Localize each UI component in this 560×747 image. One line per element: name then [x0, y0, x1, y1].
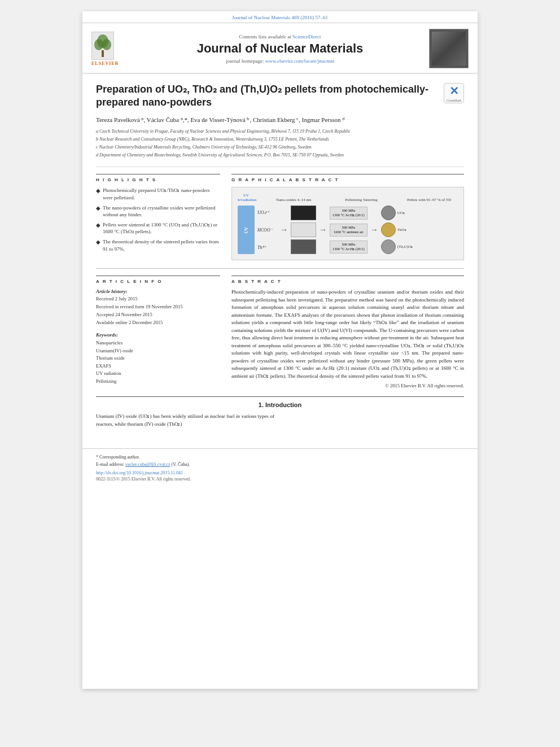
abstract-copyright: © 2015 Elsevier B.V. All rights reserved…: [231, 383, 464, 388]
ga-uv-text: UV: [244, 227, 249, 234]
abstract-heading: A B S T R A C T: [231, 276, 464, 284]
highlight-3: ◆ Pellets were sintered at 1300 °C (UO₂ …: [96, 221, 220, 235]
ga-arrow-1: →: [280, 206, 288, 254]
ga-pelletizing-label: Pelletizing Sintering: [333, 198, 390, 202]
affiliation-d: d Department of Chemistry and Biotechnol…: [96, 152, 437, 159]
ga-compound-2: HCOO⁻: [257, 228, 277, 233]
highlight-text-2: The nano-powders of crystalline oxides w…: [103, 204, 220, 219]
ga-pellet-uo2: UO₂: [381, 206, 413, 220]
keyword-5: UV radiation: [96, 370, 220, 378]
email-suffix: (V. Čuba).: [171, 462, 190, 467]
intro-text: Uranium (IV) oxide (UO₂) has been widely…: [96, 413, 464, 428]
author-email[interactable]: vaclav.cuba@fjfi.cvut.cz: [125, 462, 170, 467]
highlight-text-1: Photochemically prepared UO₂/ThO₂ nano-p…: [103, 187, 220, 201]
crossmark-label: CrossMark: [447, 99, 462, 102]
bullet-3: ◆: [96, 221, 100, 235]
ga-arrow-3: →: [370, 206, 378, 254]
keywords-label: Keywords:: [96, 332, 220, 338]
accepted-date: Accepted 24 November 2015: [96, 312, 220, 318]
doi-anchor[interactable]: http://dx.doi.org/10.1016/j.jnucmat.2015…: [96, 470, 183, 475]
svg-point-3: [102, 39, 111, 50]
highlight-text-3: Pellets were sintered at 1300 °C (UO₂ an…: [103, 221, 220, 235]
article-title-text: Preparation of UO₂, ThO₂ and (Th,U)O₂ pe…: [96, 83, 437, 160]
journal-header-center: Contents lists available at ScienceDirec…: [137, 34, 423, 64]
corresponding-author-note: * Corresponding author.: [96, 455, 464, 460]
graphical-abstract-diagram: UV Irradiation Nano-oxides 4–14 nm Pelle…: [231, 187, 464, 260]
info-abstract-section: A R T I C L E I N F O Article history: R…: [96, 276, 464, 388]
ga-process-1: 500 MPa1300 °C Ar:H₂ (20:1): [330, 207, 368, 220]
history-label: Article history:: [96, 289, 220, 294]
keyword-6: Pelletizing: [96, 378, 220, 386]
journal-homepage-link[interactable]: www.elsevier.com/locate/jnucmat: [265, 58, 334, 64]
highlights-heading: H I G H L I G H T S: [96, 174, 220, 182]
main-content: Preparation of UO₂, ThO₂ and (Th,U)O₂ pe…: [82, 74, 478, 437]
page: Journal of Nuclear Materials 469 (2016) …: [82, 11, 478, 689]
journal-top-bar: Journal of Nuclear Materials 469 (2016) …: [82, 11, 478, 23]
sciencedirect-link[interactable]: ScienceDirect: [292, 34, 321, 40]
affiliation-c: c Nuclear Chemistry/Industrial Materials…: [96, 144, 437, 151]
keyword-4: EXAFS: [96, 362, 220, 370]
graphical-abstract-column: G R A P H I C A L A B S T R A C T UV Irr…: [231, 174, 464, 260]
journal-homepage: journal homepage: www.elsevier.com/locat…: [137, 58, 423, 64]
elsevier-tree-icon: [91, 32, 114, 60]
keywords-list: Nanoparticles Uranium(IV) oxide Thorium …: [96, 339, 220, 386]
journal-header: ELSEVIER Contents lists available at Sci…: [82, 23, 478, 74]
abstract-text: Photochemically-induced preparation of n…: [231, 289, 464, 380]
ga-process-2: 500 MPa1600 °C ambient air: [330, 224, 368, 237]
ga-process-3: 500 MPa1300 °C Ar:H₂ (20:1): [330, 241, 368, 254]
crossmark-badge: ✕ CrossMark: [444, 83, 464, 103]
ga-process-boxes: 500 MPa1300 °C Ar:H₂ (20:1) 500 MPa1600 …: [330, 206, 368, 254]
ga-pellet-tho2-img: [381, 222, 396, 237]
ga-compound-1: UO₂²⁺: [257, 210, 277, 215]
keyword-1: Nanoparticles: [96, 339, 220, 347]
doi-link: http://dx.doi.org/10.1016/j.jnucmat.2015…: [96, 470, 464, 475]
affiliation-b: b Nuclear Research and Consultancy Group…: [96, 136, 437, 143]
crossmark-icon: ✕: [449, 84, 459, 98]
journal-thumbnail: [429, 29, 469, 68]
revised-date: Received in revised form 19 November 201…: [96, 304, 220, 311]
authors-list: Tereza Pavelková ᵃ, Václav Čuba ᵃ,*, Eva…: [96, 116, 344, 123]
article-info-heading: A R T I C L E I N F O: [96, 276, 220, 284]
ga-pellets-label: Pellets with 91–97 % of TD: [400, 198, 458, 202]
elsevier-text: ELSEVIER: [91, 61, 119, 66]
highlights-column: H I G H L I G H T S ◆ Photochemically pr…: [96, 174, 220, 260]
ga-tho2-powder: [291, 222, 316, 237]
ga-arrow-2: →: [319, 206, 327, 254]
ga-compound-3: Th⁴⁺: [257, 245, 277, 250]
ga-nano-label: Nano-oxides 4–14 nm: [265, 198, 322, 202]
received-date: Received 2 July 2015: [96, 296, 220, 303]
email-line: E-mail address: vaclav.cuba@fjfi.cvut.cz…: [96, 462, 464, 467]
highlight-text-4: The theoretical density of the sintered …: [103, 238, 220, 252]
available-date: Available online 2 December 2015: [96, 320, 220, 326]
elsevier-logo: ELSEVIER: [91, 32, 131, 66]
ga-content: UV UO₂²⁺ HCOO⁻ Th⁴⁺ →: [238, 206, 458, 254]
journal-citation: Journal of Nuclear Materials 469 (2016) …: [232, 15, 328, 20]
issn-text: 0022-3115/© 2015 Elsevier B.V. All right…: [96, 477, 464, 482]
highlights-graphical-section: H I G H L I G H T S ◆ Photochemically pr…: [96, 174, 464, 260]
graphical-abstract-heading: G R A P H I C A L A B S T R A C T: [231, 174, 464, 182]
ga-pellet-thu: (Th,U)O₂: [381, 239, 413, 254]
ga-pellet-tho2: ThO₂: [381, 222, 413, 237]
keyword-2: Uranium(IV) oxide: [96, 347, 220, 355]
ga-pellet-uo2-img: [381, 206, 396, 220]
highlight-1: ◆ Photochemically prepared UO₂/ThO₂ nano…: [96, 187, 220, 201]
ga-uv-label: UV Irradiation: [238, 193, 255, 202]
ga-pellet-thu-img: [381, 239, 396, 254]
affiliation-a: a Czech Technical University in Prague, …: [96, 128, 437, 135]
intro-heading: 1. Introduction: [96, 401, 464, 408]
ga-uv-column: UV: [238, 206, 255, 254]
page-footer: * Corresponding author. E-mail address: …: [82, 448, 478, 487]
introduction-section: 1. Introduction Uranium (IV) oxide (UO₂)…: [96, 396, 464, 428]
bullet-1: ◆: [96, 187, 100, 201]
article-title-section: Preparation of UO₂, ThO₂ and (Th,U)O₂ pe…: [96, 83, 464, 167]
authors: Tereza Pavelková ᵃ, Václav Čuba ᵃ,*, Eva…: [96, 115, 437, 125]
keyword-3: Thorium oxide: [96, 355, 220, 362]
ga-compounds: UO₂²⁺ HCOO⁻ Th⁴⁺: [257, 206, 277, 254]
bullet-2: ◆: [96, 204, 100, 219]
ga-pellet-uo2-label: UO₂: [397, 211, 405, 215]
ga-pellet-images: UO₂ ThO₂ (Th,U)O₂: [381, 206, 413, 254]
highlight-4: ◆ The theoretical density of the sintere…: [96, 238, 220, 252]
bullet-4: ◆: [96, 238, 100, 252]
article-info-column: A R T I C L E I N F O Article history: R…: [96, 276, 220, 388]
svg-rect-4: [102, 50, 104, 57]
